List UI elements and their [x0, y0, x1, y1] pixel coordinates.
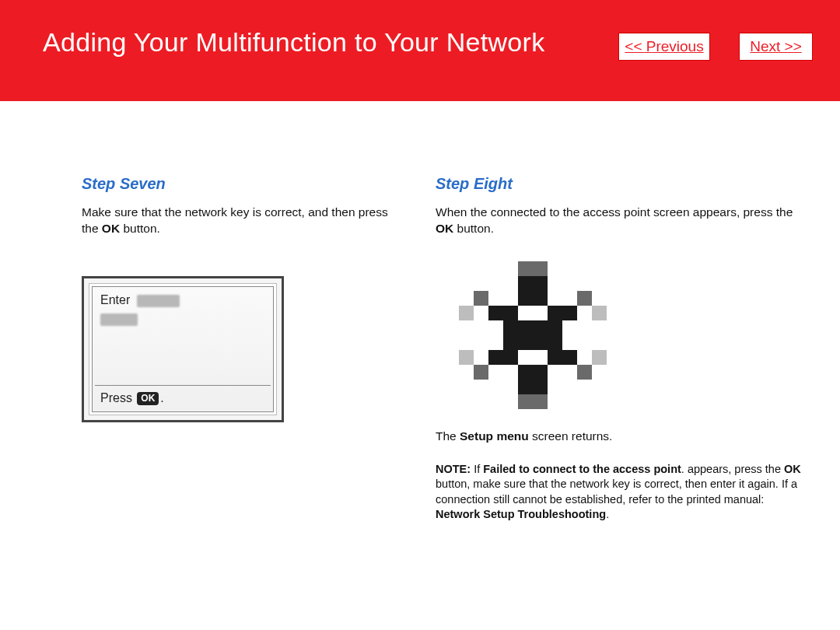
blurred-network-name: [137, 295, 180, 307]
svg-rect-6: [503, 320, 562, 350]
svg-rect-13: [459, 306, 474, 320]
lcd-screenshot: Enter Press OK.: [82, 276, 284, 422]
step-seven-column: Step Seven Make sure that the network ke…: [82, 175, 401, 422]
svg-rect-14: [592, 306, 607, 320]
lcd-screen: Enter Press OK.: [92, 286, 274, 412]
note-text: NOTE: If Failed to connect to the access…: [436, 462, 805, 523]
text-fragment: .: [606, 508, 609, 520]
setup-menu-bold: Setup menu: [460, 429, 529, 443]
svg-rect-15: [459, 350, 474, 365]
previous-button[interactable]: << Previous: [618, 33, 710, 61]
failed-connect-bold: Failed to connect to the access point: [483, 463, 681, 475]
svg-rect-2: [474, 291, 488, 306]
text-fragment: button.: [120, 222, 160, 235]
note-lead-bold: NOTE:: [436, 463, 471, 475]
svg-rect-0: [518, 261, 548, 276]
svg-rect-7: [488, 350, 518, 365]
step-eight-column: Step Eight When the connected to the acc…: [436, 175, 805, 523]
text-fragment: screen returns.: [529, 429, 613, 443]
ok-bold: OK: [436, 222, 453, 235]
text-fragment: When the connected to the access point s…: [436, 205, 793, 219]
lcd-period: .: [160, 391, 163, 404]
step-seven-text: Make sure that the network key is correc…: [82, 205, 401, 237]
text-fragment: button.: [453, 222, 494, 235]
lcd-enter-line: Enter: [100, 293, 180, 307]
svg-rect-4: [488, 306, 518, 320]
troubleshooting-bold: Network Setup Troubleshooting: [436, 508, 606, 520]
svg-rect-3: [577, 291, 592, 306]
svg-rect-9: [474, 365, 488, 380]
next-button[interactable]: Next >>: [739, 33, 813, 61]
lcd-press-word: Press: [100, 391, 132, 404]
text-fragment: If: [471, 463, 483, 475]
step-eight-text: When the connected to the access point s…: [436, 205, 805, 237]
lcd-divider: [95, 385, 271, 387]
lcd-enter-word: Enter: [100, 293, 130, 306]
content-area: Step Seven Make sure that the network ke…: [0, 101, 840, 630]
svg-rect-5: [548, 306, 577, 320]
svg-rect-11: [518, 365, 548, 394]
svg-rect-1: [518, 276, 548, 306]
text-fragment: button, make sure that the network key i…: [436, 478, 797, 506]
text-fragment: The: [436, 429, 460, 443]
text-fragment: . appears, press the: [681, 463, 784, 475]
step-seven-heading: Step Seven: [82, 175, 401, 193]
page-number: 8: [796, 599, 803, 613]
svg-rect-12: [518, 394, 548, 409]
manual-page: Adding Your Multifunction to Your Networ…: [0, 0, 840, 630]
pixelated-asterisk-icon: [459, 257, 607, 413]
ok-bold: OK: [102, 222, 120, 235]
ok-bold: OK: [784, 463, 801, 475]
svg-rect-16: [592, 350, 607, 365]
lcd-ok-pill: OK: [137, 392, 159, 405]
setup-menu-returns-text: The Setup menu screen returns.: [436, 429, 805, 445]
svg-rect-8: [548, 350, 577, 365]
header-bar: Adding Your Multifunction to Your Networ…: [0, 0, 840, 101]
lcd-press-line: Press OK.: [100, 391, 164, 405]
blurred-network-key: [100, 313, 138, 326]
step-eight-heading: Step Eight: [436, 175, 805, 193]
svg-rect-10: [577, 365, 592, 380]
page-title: Adding Your Multifunction to Your Networ…: [43, 27, 544, 58]
